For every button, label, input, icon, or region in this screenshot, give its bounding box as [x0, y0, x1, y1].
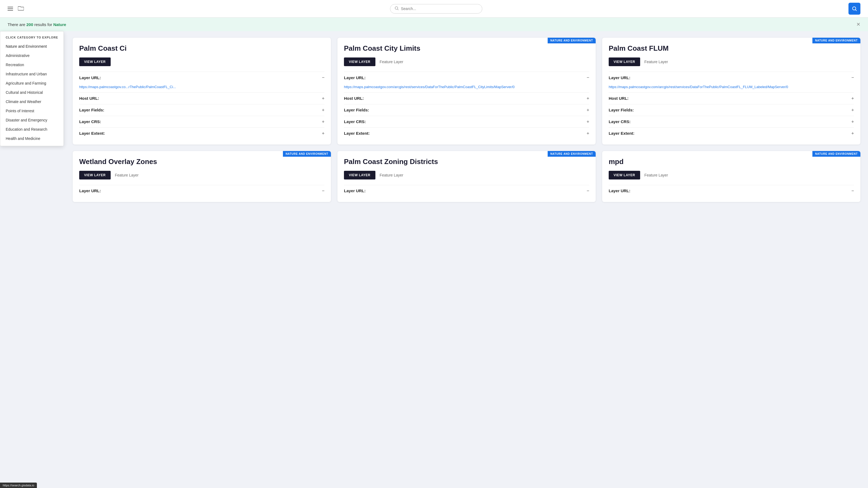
layer-url-field-partial: Layer URL: −	[79, 72, 324, 83]
card-title-2: Palm Coast FLUM	[609, 44, 854, 53]
host-url-label-partial: Host URL:	[79, 96, 99, 101]
layer-extent-toggle-1[interactable]: +	[587, 131, 589, 136]
header-left	[8, 6, 24, 12]
layer-type-wetland: Feature Layer	[115, 173, 138, 177]
layer-crs-field-2: Layer CRS: +	[609, 116, 854, 127]
view-layer-button-1[interactable]: VIEW LAYER	[344, 58, 375, 66]
folder-icon[interactable]	[18, 6, 24, 12]
hamburger-menu-icon[interactable]	[8, 7, 13, 10]
layer-fields-field-2: Layer Fields: +	[609, 104, 854, 116]
layer-url-field-2: Layer URL: −	[609, 72, 854, 83]
host-url-toggle-partial[interactable]: +	[322, 96, 324, 101]
card-title-zoning: Palm Coast Zoning Districts	[344, 158, 589, 166]
host-url-toggle-2[interactable]: +	[851, 96, 854, 101]
host-url-field-partial: Host URL: +	[79, 93, 324, 104]
view-layer-button-partial[interactable]: VIEW LAYER	[79, 58, 111, 66]
layer-fields-label-partial: Layer Fields:	[79, 108, 104, 112]
layer-url-toggle-mpd[interactable]: −	[851, 188, 854, 193]
layer-url-field-zoning: Layer URL: −	[344, 185, 589, 197]
layer-url-toggle-wetland[interactable]: −	[322, 188, 324, 193]
search-button[interactable]	[848, 3, 860, 14]
layer-url-toggle-zoning[interactable]: −	[587, 188, 589, 193]
layer-crs-field-partial: Layer CRS: +	[79, 116, 324, 127]
cards-grid-row2: NATURE AND ENVIRONMENT Wetland Overlay Z…	[73, 151, 860, 202]
layer-url-value-2[interactable]: https://maps.palmcoastgov.com/arcgis/res…	[609, 83, 854, 93]
view-layer-button-2[interactable]: VIEW LAYER	[609, 58, 640, 66]
category-link[interactable]: Nature	[53, 22, 66, 27]
svg-point-2	[852, 7, 856, 10]
results-banner: There are 200 results for Nature ✕	[0, 18, 868, 31]
layer-url-label-wetland: Layer URL:	[79, 188, 101, 193]
card-badge-2: NATURE AND ENVIRONMENT	[812, 38, 860, 43]
layer-crs-label-2: Layer CRS:	[609, 119, 631, 124]
layer-extent-label-2: Layer Extent:	[609, 131, 634, 135]
card-title-mpd: mpd	[609, 158, 854, 166]
layer-extent-field-partial: Layer Extent: +	[79, 127, 324, 139]
search-input[interactable]	[401, 6, 478, 11]
category-dropdown: CLICK CATEGORY TO EXPLORE Nature and Env…	[0, 31, 64, 146]
card-actions-zoning: VIEW LAYER Feature Layer	[344, 171, 589, 180]
dropdown-item-climate[interactable]: Climate and Weather	[0, 97, 63, 106]
layer-extent-toggle-2[interactable]: +	[851, 131, 854, 136]
dropdown-header: CLICK CATEGORY TO EXPLORE	[0, 36, 63, 42]
view-layer-button-zoning[interactable]: VIEW LAYER	[344, 171, 375, 180]
layer-type-mpd: Feature Layer	[645, 173, 668, 177]
layer-fields-label-1: Layer Fields:	[344, 108, 369, 112]
dropdown-item-poi[interactable]: Points of Interest	[0, 106, 63, 116]
layer-extent-label-1: Layer Extent:	[344, 131, 370, 135]
host-url-label-1: Host URL:	[344, 96, 364, 101]
dropdown-item-administrative[interactable]: Administrative	[0, 51, 63, 60]
dropdown-item-cultural[interactable]: Cultural and Historical	[0, 88, 63, 97]
layer-url-toggle-2[interactable]: −	[851, 75, 854, 80]
dropdown-item-agriculture[interactable]: Agriculture and Farming	[0, 78, 63, 88]
card-badge-wetland: NATURE AND ENVIRONMENT	[283, 151, 331, 157]
layer-fields-toggle-2[interactable]: +	[851, 108, 854, 112]
layer-crs-toggle-2[interactable]: +	[851, 119, 854, 124]
card-title-wetland: Wetland Overlay Zones	[79, 158, 324, 166]
layer-crs-label-partial: Layer CRS:	[79, 119, 101, 124]
dropdown-item-recreation[interactable]: Recreation	[0, 60, 63, 69]
layer-type-2: Feature Layer	[645, 60, 668, 64]
card-title-1: Palm Coast City Limits	[344, 44, 589, 53]
host-url-toggle-1[interactable]: +	[587, 96, 589, 101]
status-bar: https://search.gisdata.io	[0, 483, 37, 488]
layer-crs-toggle-partial[interactable]: +	[322, 119, 324, 124]
layer-url-label-zoning: Layer URL:	[344, 188, 366, 193]
close-banner-button[interactable]: ✕	[856, 22, 860, 27]
card-actions-partial: VIEW LAYER	[79, 58, 324, 66]
layer-url-value-1[interactable]: https://maps.palmcoastgov.com/arcgis/res…	[344, 83, 589, 93]
view-layer-button-mpd[interactable]: VIEW LAYER	[609, 171, 640, 180]
host-url-field-2: Host URL: +	[609, 93, 854, 104]
dropdown-item-disaster[interactable]: Disaster and Emergency	[0, 116, 63, 125]
layer-type-1: Feature Layer	[380, 60, 403, 64]
layer-url-label-2: Layer URL:	[609, 75, 630, 80]
dropdown-item-health[interactable]: Health and Medicine	[0, 134, 63, 143]
layer-extent-toggle-partial[interactable]: +	[322, 131, 324, 136]
layer-url-toggle-1[interactable]: −	[587, 75, 589, 80]
layer-url-field-1: Layer URL: −	[344, 72, 589, 83]
dropdown-item-infrastructure[interactable]: Infrastructure and Urban	[0, 69, 63, 78]
layer-url-label-mpd: Layer URL:	[609, 188, 630, 193]
cards-grid-row1: Palm Coast Ci VIEW LAYER Layer URL: − ht…	[73, 38, 860, 144]
dropdown-item-education[interactable]: Education and Research	[0, 125, 63, 134]
layer-crs-toggle-1[interactable]: +	[587, 119, 589, 124]
layer-crs-label-1: Layer CRS:	[344, 119, 366, 124]
svg-line-1	[398, 9, 399, 10]
layer-extent-label-partial: Layer Extent:	[79, 131, 105, 135]
host-url-label-2: Host URL:	[609, 96, 628, 101]
card-actions-2: VIEW LAYER Feature Layer	[609, 58, 854, 66]
view-layer-button-wetland[interactable]: VIEW LAYER	[79, 171, 111, 180]
layer-url-toggle-partial[interactable]: −	[322, 75, 324, 80]
layer-fields-toggle-1[interactable]: +	[587, 108, 589, 112]
card-badge-zoning: NATURE AND ENVIRONMENT	[548, 151, 596, 157]
card-palm-coast-ci-partial: Palm Coast Ci VIEW LAYER Layer URL: − ht…	[73, 38, 331, 144]
card-wetland-overlay: NATURE AND ENVIRONMENT Wetland Overlay Z…	[73, 151, 331, 202]
card-actions-mpd: VIEW LAYER Feature Layer	[609, 171, 854, 180]
host-url-field-1: Host URL: +	[344, 93, 589, 104]
card-title-partial: Palm Coast Ci	[79, 44, 324, 53]
layer-url-value-partial[interactable]: https://maps.palmcoastgov.co...rThePubli…	[79, 83, 324, 93]
layer-fields-field-partial: Layer Fields: +	[79, 104, 324, 116]
layer-fields-toggle-partial[interactable]: +	[322, 108, 324, 112]
dropdown-item-nature[interactable]: Nature and Environment	[0, 42, 63, 51]
layer-extent-field-1: Layer Extent: +	[344, 127, 589, 139]
